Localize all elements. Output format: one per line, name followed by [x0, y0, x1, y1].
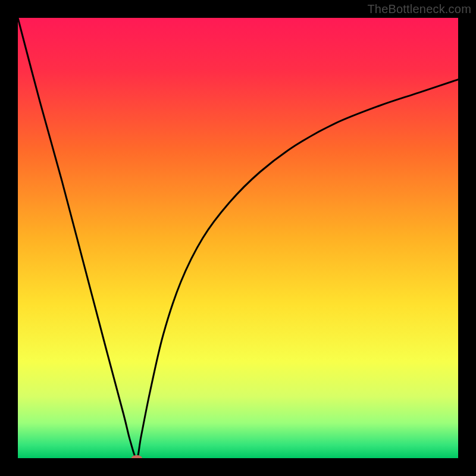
chart-frame: TheBottleneck.com	[0, 0, 476, 476]
plot-area	[18, 18, 458, 458]
plot-svg	[18, 18, 458, 458]
gradient-background	[18, 18, 458, 458]
watermark-label: TheBottleneck.com	[367, 2, 471, 16]
